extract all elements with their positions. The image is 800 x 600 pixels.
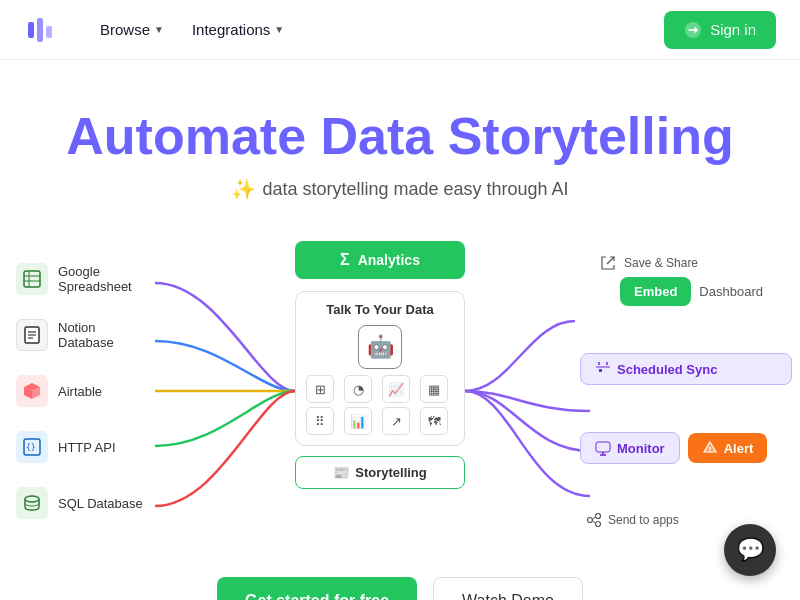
spreadsheet-label: Google Spreadsheet <box>58 264 147 294</box>
main-nav: Browse ▼ Integrations ▼ <box>88 13 296 46</box>
svg-point-31 <box>596 521 601 526</box>
notion-label: Notion Database <box>58 320 147 350</box>
svg-point-30 <box>596 513 601 518</box>
svg-point-29 <box>588 517 593 522</box>
hero-section: Automate Data Storytelling ✨ data storyt… <box>0 60 800 221</box>
airtable-label: Airtable <box>58 384 102 399</box>
embed-badge: Embed <box>620 277 691 306</box>
trend-icon: ↗ <box>382 407 410 435</box>
svg-rect-2 <box>46 26 52 38</box>
save-share-label: Save & Share <box>624 256 698 270</box>
center-block: Σ Analytics Talk To Your Data 🤖 ⊞ ◔ 📈 ▦ … <box>295 241 465 489</box>
integrations-chevron: ▼ <box>274 24 284 35</box>
svg-rect-24 <box>596 442 610 452</box>
sparkle-icon: ✨ <box>231 177 256 201</box>
chart-icons-grid: ⊞ ◔ 📈 ▦ ⠿ 📊 ↗ 🗺 <box>306 375 454 435</box>
chat-icon: 💬 <box>737 537 764 563</box>
api-icon: {} <box>16 431 48 463</box>
alert-badge: Alert <box>688 433 768 463</box>
svg-text:{}: {} <box>26 443 36 452</box>
svg-line-18 <box>607 257 614 264</box>
hero-subtitle: ✨ data storytelling made easy through AI <box>20 177 780 201</box>
right-outputs: Save & Share Embed Dashboard Scheduled S… <box>570 231 800 551</box>
svg-line-33 <box>593 521 596 523</box>
analytics-button[interactable]: Σ Analytics <box>295 241 465 279</box>
logo[interactable] <box>24 14 56 46</box>
sign-in-label: Sign in <box>710 21 756 38</box>
sql-icon <box>16 487 48 519</box>
monitor-alert-row: Monitor Alert <box>580 432 792 464</box>
map-icon: 🗺 <box>420 407 448 435</box>
source-sql: SQL Database <box>8 475 155 531</box>
talk-title: Talk To Your Data <box>306 302 454 317</box>
watch-demo-button[interactable]: Watch Demo <box>433 577 583 600</box>
sigma-icon: Σ <box>340 251 350 269</box>
diagram-section: Google Spreadsheet Notion Database Airta… <box>0 221 800 561</box>
notion-icon <box>16 319 48 351</box>
save-share-row: Save & Share <box>600 255 792 271</box>
dashboard-badge: Dashboard <box>699 277 763 306</box>
source-spreadsheet: Google Spreadsheet <box>8 251 155 307</box>
embed-label: Embed <box>634 284 677 299</box>
top-right-group: Save & Share Embed Dashboard <box>590 255 792 306</box>
svg-rect-23 <box>599 369 602 372</box>
integrations-label: Integrations <box>192 21 270 38</box>
header: Browse ▼ Integrations ▼ Sign in <box>0 0 800 60</box>
sync-row: Scheduled Sync <box>580 353 792 385</box>
monitor-badge: Monitor <box>580 432 680 464</box>
area-icon: ▦ <box>420 375 448 403</box>
embed-dashboard-row: Embed Dashboard <box>620 277 792 306</box>
source-airtable: Airtable <box>8 363 155 419</box>
storytelling-label: Storytelling <box>355 465 427 480</box>
chat-button[interactable]: 💬 <box>724 524 776 576</box>
table-icon: ⊞ <box>306 375 334 403</box>
talk-to-data-panel: Talk To Your Data 🤖 ⊞ ◔ 📈 ▦ ⠿ 📊 ↗ 🗺 <box>295 291 465 446</box>
header-right: Sign in <box>664 11 776 49</box>
send-apps-row: Send to apps <box>586 512 792 528</box>
bot-icon: 🤖 <box>358 325 402 369</box>
dot-icon: ⠿ <box>306 407 334 435</box>
cta-section: Get started for free Watch Demo <box>0 577 800 600</box>
scheduled-sync-badge: Scheduled Sync <box>580 353 792 385</box>
send-apps-label: Send to apps <box>608 513 679 527</box>
browse-label: Browse <box>100 21 150 38</box>
svg-line-32 <box>593 517 596 519</box>
bar-icon: 📊 <box>344 407 372 435</box>
subtitle-text: data storytelling made easy through AI <box>262 179 568 200</box>
sign-in-button[interactable]: Sign in <box>664 11 776 49</box>
dashboard-label: Dashboard <box>699 284 763 299</box>
get-started-button[interactable]: Get started for free <box>217 577 417 600</box>
spreadsheet-icon <box>16 263 48 295</box>
browse-chevron: ▼ <box>154 24 164 35</box>
sync-label: Scheduled Sync <box>617 362 717 377</box>
storytelling-icon: 📰 <box>333 465 349 480</box>
hero-title: Automate Data Storytelling <box>20 108 780 165</box>
line-icon: 📈 <box>382 375 410 403</box>
left-sources: Google Spreadsheet Notion Database Airta… <box>0 221 155 561</box>
svg-point-17 <box>25 496 39 502</box>
svg-rect-4 <box>24 271 40 287</box>
browse-nav[interactable]: Browse ▼ <box>88 13 176 46</box>
monitor-label: Monitor <box>617 441 665 456</box>
pie-icon: ◔ <box>344 375 372 403</box>
source-api: {} HTTP API <box>8 419 155 475</box>
api-label: HTTP API <box>58 440 116 455</box>
source-notion: Notion Database <box>8 307 155 363</box>
svg-rect-1 <box>37 18 43 42</box>
storytelling-button[interactable]: 📰 Storytelling <box>295 456 465 489</box>
analytics-label: Analytics <box>358 252 420 268</box>
svg-rect-19 <box>596 362 610 376</box>
sql-label: SQL Database <box>58 496 143 511</box>
alert-label: Alert <box>724 441 754 456</box>
svg-rect-0 <box>28 22 34 38</box>
integrations-nav[interactable]: Integrations ▼ <box>180 13 296 46</box>
svg-point-28 <box>709 451 711 453</box>
airtable-icon <box>16 375 48 407</box>
